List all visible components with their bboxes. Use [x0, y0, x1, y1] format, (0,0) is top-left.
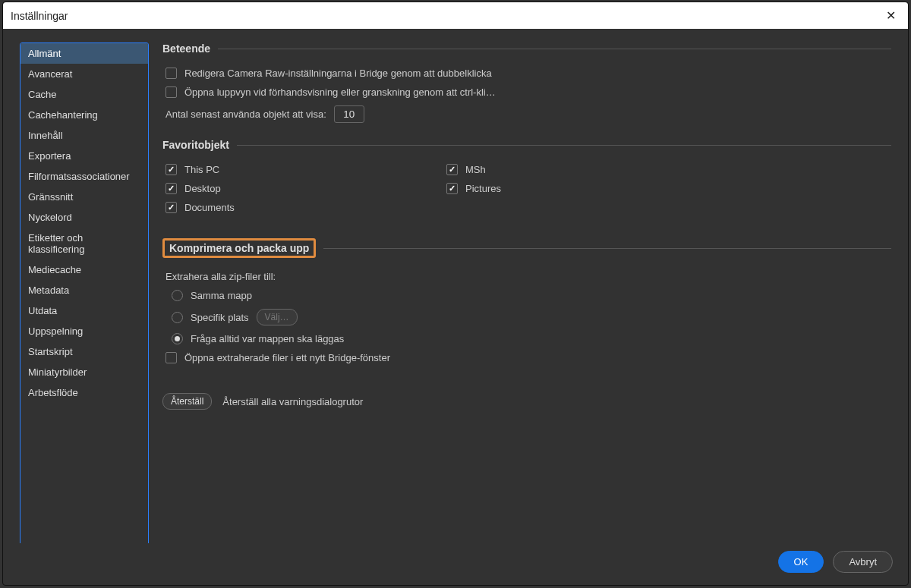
sidebar-item-mediecache[interactable]: Mediecache	[20, 259, 148, 280]
row-edit-camera-raw[interactable]: Redigera Camera Raw-inställningarna i Br…	[162, 64, 891, 83]
section-behavior-title: Beteende	[162, 42, 210, 55]
checkbox-edit-camera-raw[interactable]	[165, 68, 177, 79]
row-extract-label: Extrahera alla zip-filer till:	[162, 267, 891, 286]
row-opt-specific[interactable]: Specifik plats Välj…	[169, 305, 891, 329]
sidebar-item-cache[interactable]: Cache	[20, 84, 148, 105]
fav-desktop[interactable]: Desktop	[162, 179, 436, 198]
label-extract-to: Extrahera alla zip-filer till:	[165, 271, 276, 282]
favorites-grid: This PC Desktop Documents MSh	[162, 160, 891, 217]
sidebar-item-uppspelning[interactable]: Uppspelning	[20, 321, 148, 341]
fav-msh[interactable]: MSh	[443, 160, 891, 179]
row-open-loupe[interactable]: Öppna luppvyn vid förhandsvisning eller …	[162, 83, 891, 102]
row-opt-ask[interactable]: Fråga alltid var mappen ska läggas	[169, 329, 891, 348]
checkbox-desktop[interactable]	[165, 183, 177, 194]
label-recent-count: Antal senast använda objekt att visa:	[165, 108, 326, 120]
checkbox-documents[interactable]	[165, 202, 177, 213]
reset-label: Återställ alla varningsdialogrutor	[222, 396, 363, 407]
checkbox-open-extracted[interactable]	[165, 352, 177, 363]
divider	[218, 49, 891, 49]
radio-same-folder[interactable]	[172, 290, 183, 301]
section-compress-title: Komprimera och packa upp	[169, 242, 309, 254]
sidebar-item-filformat[interactable]: Filformatsassociationer	[20, 166, 148, 187]
sidebar-item-startskript[interactable]: Startskript	[20, 341, 148, 362]
sidebar-item-innehall[interactable]: Innehåll	[20, 125, 148, 146]
checkbox-pictures[interactable]	[446, 183, 458, 194]
row-recent-count: Antal senast använda objekt att visa:	[162, 102, 891, 127]
radio-ask[interactable]	[172, 333, 183, 344]
highlight-compress-title: Komprimera och packa upp	[162, 238, 316, 258]
sidebar-item-allmant[interactable]: Allmänt	[20, 43, 148, 64]
label-same-folder: Samma mapp	[191, 290, 252, 301]
sidebar-item-exportera[interactable]: Exportera	[20, 146, 148, 166]
row-opt-same[interactable]: Samma mapp	[169, 286, 891, 305]
label-open-extracted: Öppna extraherade filer i ett nytt Bridg…	[184, 352, 390, 363]
close-icon[interactable]: ✕	[881, 7, 900, 24]
label-this-pc: This PC	[184, 164, 219, 175]
preferences-dialog: Inställningar ✕ Allmänt Avancerat Cache …	[2, 2, 909, 586]
row-open-extracted[interactable]: Öppna extraherade filer i ett nytt Bridg…	[162, 348, 891, 367]
sidebar-item-metadata[interactable]: Metadata	[20, 280, 148, 300]
section-behavior-header: Beteende	[162, 42, 891, 55]
sidebar-item-utdata[interactable]: Utdata	[20, 300, 148, 321]
titlebar: Inställningar ✕	[3, 2, 908, 29]
divider	[237, 145, 891, 146]
reset-row: Återställ Återställ alla varningsdialogr…	[162, 393, 891, 410]
label-pictures: Pictures	[465, 183, 501, 194]
checkbox-msh[interactable]	[446, 164, 458, 175]
sidebar-item-miniatyrbilder[interactable]: Miniatyrbilder	[20, 362, 148, 382]
section-favorites-header: Favoritobjekt	[162, 139, 891, 151]
checkbox-open-loupe[interactable]	[165, 86, 177, 98]
fav-this-pc[interactable]: This PC	[162, 160, 436, 179]
radio-specific[interactable]	[172, 312, 183, 323]
fav-pictures[interactable]: Pictures	[443, 179, 891, 198]
cancel-button[interactable]: Avbryt	[833, 551, 893, 573]
checkbox-this-pc[interactable]	[165, 164, 177, 175]
label-documents: Documents	[184, 202, 235, 213]
main-panel: Beteende Redigera Camera Raw-inställning…	[162, 42, 900, 543]
reset-button[interactable]: Återställ	[162, 393, 212, 410]
dialog-footer: OK Avbryt	[3, 543, 908, 585]
section-compress-header: Komprimera och packa upp	[162, 238, 891, 258]
label-open-loupe: Öppna luppvyn vid förhandsvisning eller …	[184, 86, 496, 98]
choose-folder-button[interactable]: Välj…	[257, 309, 298, 325]
dialog-body: Allmänt Avancerat Cache Cachehantering I…	[3, 29, 908, 543]
sidebar-item-nyckelord[interactable]: Nyckelord	[20, 207, 148, 228]
sidebar-item-granssnitt[interactable]: Gränssnitt	[20, 187, 148, 207]
dialog-title: Inställningar	[11, 10, 68, 22]
divider	[323, 248, 891, 249]
label-ask: Fråga alltid var mappen ska läggas	[191, 333, 344, 344]
ok-button[interactable]: OK	[778, 551, 824, 573]
recent-count-input[interactable]	[334, 105, 364, 123]
sidebar-item-arbetsflode[interactable]: Arbetsflöde	[20, 382, 148, 403]
fav-documents[interactable]: Documents	[162, 198, 436, 217]
label-specific: Specifik plats	[191, 312, 249, 323]
section-favorites-title: Favoritobjekt	[162, 139, 229, 151]
label-msh: MSh	[465, 164, 486, 175]
label-desktop: Desktop	[184, 183, 221, 194]
label-edit-camera-raw: Redigera Camera Raw-inställningarna i Br…	[184, 68, 492, 79]
sidebar-item-avancerat[interactable]: Avancerat	[20, 64, 148, 84]
sidebar: Allmänt Avancerat Cache Cachehantering I…	[20, 42, 149, 543]
sidebar-item-etiketter[interactable]: Etiketter och klassificering	[20, 228, 148, 259]
sidebar-item-cachehantering[interactable]: Cachehantering	[20, 105, 148, 125]
